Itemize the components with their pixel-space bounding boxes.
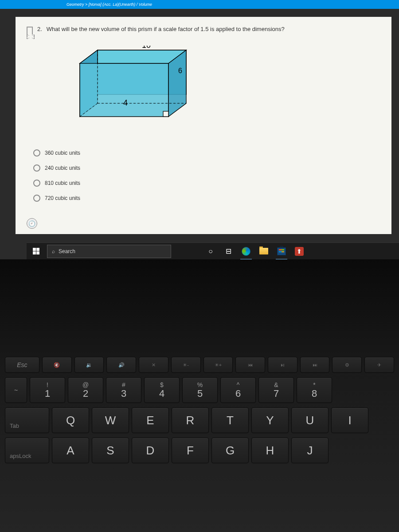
key-r[interactable]: R xyxy=(172,407,209,433)
key-tilde[interactable]: ~ xyxy=(5,377,27,403)
bookmark-icon[interactable] xyxy=(27,27,33,35)
option-label: 720 cubic units xyxy=(45,195,80,201)
key-f2[interactable]: 🔉 xyxy=(74,357,104,373)
file-explorer-icon[interactable] xyxy=(255,243,272,260)
key-y[interactable]: Y xyxy=(251,407,289,433)
timer-button[interactable]: 🕘 xyxy=(27,218,37,229)
key-2[interactable]: @2 xyxy=(68,377,103,403)
key-f4[interactable]: ✕ xyxy=(139,357,168,373)
key-7[interactable]: &7 xyxy=(258,377,294,403)
key-f8[interactable]: ⏯ xyxy=(268,357,297,373)
option-810[interactable]: 810 cubic units xyxy=(33,180,380,187)
dim-height: 4 xyxy=(123,98,128,107)
key-e[interactable]: E xyxy=(132,407,169,433)
option-240[interactable]: 240 cubic units xyxy=(33,164,380,172)
cortana-icon[interactable]: ○ xyxy=(202,243,219,260)
laptop-screen: Geometry > [Norva] (Acc. La)(Unearth) / … xyxy=(0,0,399,259)
key-f10[interactable]: ⚙ xyxy=(332,357,362,373)
key-f7[interactable]: ⏮ xyxy=(235,357,265,373)
question-panel: 2. What will be the new volume of this p… xyxy=(16,17,391,234)
key-g[interactable]: G xyxy=(211,438,249,463)
radio-icon[interactable] xyxy=(33,149,40,156)
key-s[interactable]: S xyxy=(92,438,129,463)
search-placeholder: Search xyxy=(59,248,75,254)
key-4[interactable]: $4 xyxy=(144,377,180,403)
key-capslock[interactable]: apsLock xyxy=(5,438,49,463)
key-f11[interactable]: ✈ xyxy=(364,357,394,373)
key-f[interactable]: F xyxy=(172,438,209,463)
key-w[interactable]: W xyxy=(92,407,129,433)
key-h[interactable]: H xyxy=(251,438,289,463)
dim-length: 10 xyxy=(142,46,151,50)
start-button[interactable] xyxy=(27,243,45,260)
svg-rect-9 xyxy=(163,111,168,117)
key-t[interactable]: T xyxy=(211,407,249,433)
key-1[interactable]: !1 xyxy=(30,377,65,403)
dim-width: 6 xyxy=(178,67,182,74)
windows-icon xyxy=(33,248,39,254)
key-6[interactable]: ^6 xyxy=(220,377,256,403)
key-d[interactable]: D xyxy=(132,438,169,463)
key-u[interactable]: U xyxy=(291,407,329,433)
option-label: 810 cubic units xyxy=(45,180,80,186)
key-i[interactable]: I xyxy=(331,407,368,433)
question-row: 2. What will be the new volume of this p… xyxy=(27,26,380,35)
key-j[interactable]: J xyxy=(291,438,329,463)
option-720[interactable]: 720 cubic units xyxy=(33,195,380,202)
radio-icon[interactable] xyxy=(33,164,40,172)
laptop-keyboard: Esc 🔇 🔉 🔊 ✕ ☀- ☀+ ⏮ ⏯ ⏭ ⚙ ✈ ~ !1 @2 #3 $… xyxy=(0,259,399,532)
option-360[interactable]: 360 cubic units xyxy=(33,149,380,156)
key-esc[interactable]: Esc xyxy=(5,357,39,373)
key-a[interactable]: A xyxy=(52,438,89,463)
microsoft-store-icon[interactable] xyxy=(273,243,290,260)
windows-taskbar: ⌕ Search ○ ⊟ ⬆ xyxy=(27,243,399,259)
taskbar-search[interactable]: ⌕ Search xyxy=(47,245,171,258)
key-5[interactable]: %5 xyxy=(182,377,218,403)
app-icon[interactable]: ⬆ xyxy=(291,243,308,260)
key-f1[interactable]: 🔇 xyxy=(42,357,72,373)
answer-options: 360 cubic units 240 cubic units 810 cubi… xyxy=(33,149,380,202)
prism-diagram: 10 6 4 xyxy=(53,46,195,139)
edge-browser-icon[interactable] xyxy=(238,243,254,260)
key-tab[interactable]: Tab xyxy=(5,407,49,433)
key-f5[interactable]: ☀- xyxy=(171,357,201,373)
task-view-icon[interactable]: ⊟ xyxy=(220,243,237,260)
key-3[interactable]: #3 xyxy=(106,377,141,403)
key-q[interactable]: Q xyxy=(52,407,89,433)
radio-icon[interactable] xyxy=(33,195,40,202)
key-8[interactable]: *8 xyxy=(297,377,332,403)
breadcrumb-bar: Geometry > [Norva] (Acc. La)(Unearth) / … xyxy=(0,0,399,9)
key-f3[interactable]: 🔊 xyxy=(106,357,136,373)
search-icon: ⌕ xyxy=(52,248,55,254)
radio-icon[interactable] xyxy=(33,180,40,187)
breadcrumb: Geometry > [Norva] (Acc. La)(Unearth) / … xyxy=(66,2,152,7)
key-f6[interactable]: ☀+ xyxy=(203,357,233,373)
option-label: 360 cubic units xyxy=(45,150,80,156)
question-number: 2. xyxy=(37,26,42,32)
option-label: 240 cubic units xyxy=(45,165,80,171)
key-f9[interactable]: ⏭ xyxy=(300,357,330,373)
question-text: What will be the new volume of this pris… xyxy=(47,26,285,32)
